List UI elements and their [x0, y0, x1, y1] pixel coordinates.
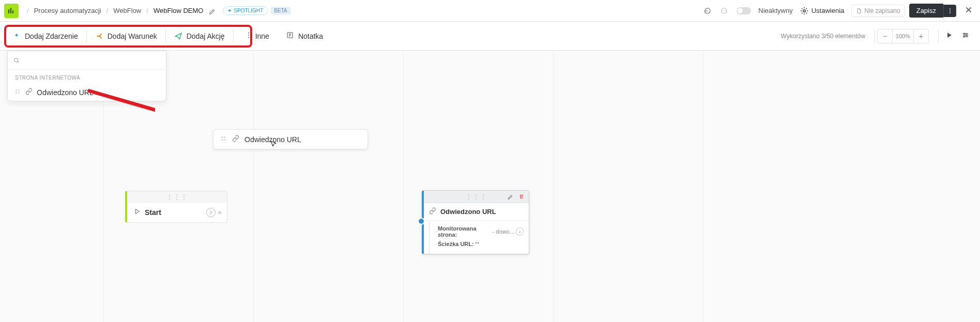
app-header: / Procesy automatyzacji / WebFlow / WebF… [0, 0, 980, 22]
breadcrumb-separator: / [27, 7, 29, 14]
node-title: Odwiedzono URL [440, 208, 496, 216]
flow-node-visited-url[interactable]: ⋮⋮⋮ Odwiedzono URL Monitorowana strona: … [422, 190, 529, 254]
drag-handle-icon[interactable] [14, 88, 21, 97]
property-key: Ścieżka URL: [438, 241, 474, 247]
property-key: Monitorowana strona: [438, 225, 492, 238]
zoom-control: − 100% + [877, 29, 929, 43]
breadcrumb-item[interactable]: WebFlow [113, 7, 141, 14]
start-node-label: Start [145, 208, 206, 217]
settings-sliders-icon[interactable] [961, 31, 970, 41]
save-button[interactable]: Zapisz [909, 4, 943, 18]
app-logo[interactable] [4, 4, 19, 18]
rename-icon[interactable] [208, 7, 216, 14]
node-property-row: Monitorowana strona: - dowoln... › [438, 224, 524, 239]
settings-button[interactable]: Ustawienia [800, 7, 845, 15]
node-property-row: Ścieżka URL: ** [438, 239, 524, 249]
dropdown-section-title: STRONA INTERNETOWA [8, 70, 166, 84]
editor-toolbar: Dodaj Zdarzenie Dodaj Warunek Dodaj Akcj… [0, 22, 980, 51]
active-toggle[interactable] [737, 7, 754, 14]
dragging-node-ghost: Odwiedzono URL [213, 129, 368, 149]
active-toggle-label: Nieaktywny [758, 7, 792, 14]
zoom-value: 100% [892, 29, 914, 43]
dropdown-search-input[interactable] [22, 54, 161, 66]
other-button[interactable]: Inne [236, 28, 275, 43]
beta-badge: BETA [271, 7, 290, 14]
zoom-out-button[interactable]: − [878, 32, 892, 40]
zoom-in-button[interactable]: + [914, 32, 928, 40]
note-button[interactable]: Notatka [286, 31, 323, 41]
link-icon [25, 88, 33, 97]
dropdown-search [8, 51, 166, 70]
breadcrumb-current[interactable]: WebFlow DEMO [154, 7, 204, 14]
breadcrumb-separator: / [106, 7, 109, 14]
undo-icon[interactable] [703, 7, 712, 15]
spotlight-label: SPOTLIGHT [234, 8, 263, 13]
add-condition-label: Dodaj Warunek [108, 32, 157, 40]
chevrons-icon: ››› [218, 209, 221, 216]
play-icon [133, 208, 141, 217]
node-output-port[interactable] [206, 208, 216, 217]
other-label: Inne [255, 32, 269, 40]
add-condition-button[interactable]: Dodaj Warunek [89, 29, 163, 43]
flow-canvas[interactable]: STRONA INTERNETOWA Odwiedzono URL Odwied… [0, 51, 980, 322]
property-value: - dowoln... [493, 228, 516, 235]
cursor-icon [270, 140, 277, 149]
settings-label: Ustawienia [811, 7, 845, 14]
add-event-label: Dodaj Zdarzenie [25, 32, 78, 40]
breadcrumb-item[interactable]: Procesy automatyzacji [34, 7, 101, 14]
events-dropdown: STRONA INTERNETOWA Odwiedzono URL [7, 51, 166, 101]
dropdown-item-label: Odwiedzono URL [37, 88, 94, 97]
delete-node-icon[interactable] [518, 192, 525, 202]
dropdown-item-visited-url[interactable]: Odwiedzono URL [8, 84, 166, 101]
edit-node-icon[interactable] [507, 192, 513, 202]
node-input-port[interactable] [418, 218, 425, 225]
redo-icon[interactable] [720, 7, 728, 15]
node-drag-handle[interactable]: ⋮⋮⋮ [424, 191, 529, 203]
usage-counter: Wykorzystano 3/50 elementów [781, 33, 865, 40]
drag-handle-icon [220, 135, 227, 144]
breadcrumb-separator: / [146, 7, 148, 14]
close-icon[interactable] [964, 6, 973, 16]
save-more-button[interactable] [943, 5, 956, 17]
add-event-button[interactable]: Dodaj Zdarzenie [6, 29, 84, 43]
property-value: ** [475, 241, 480, 247]
property-expand-icon[interactable]: › [516, 227, 524, 236]
link-icon [232, 135, 239, 144]
flow-node-start[interactable]: ⋮⋮⋮ Start ››› [125, 191, 227, 223]
unsaved-label: Nie zapisano [864, 7, 900, 14]
add-action-label: Dodaj Akcję [187, 32, 225, 40]
link-icon [429, 207, 436, 216]
node-drag-handle[interactable]: ⋮⋮⋮ [127, 191, 227, 203]
note-label: Notatka [298, 32, 323, 40]
unsaved-indicator: Nie zapisano [851, 5, 905, 17]
run-icon[interactable] [945, 31, 953, 41]
add-action-button[interactable]: Dodaj Akcję [168, 29, 231, 43]
spotlight-badge[interactable]: ✦SPOTLIGHT [223, 6, 268, 15]
